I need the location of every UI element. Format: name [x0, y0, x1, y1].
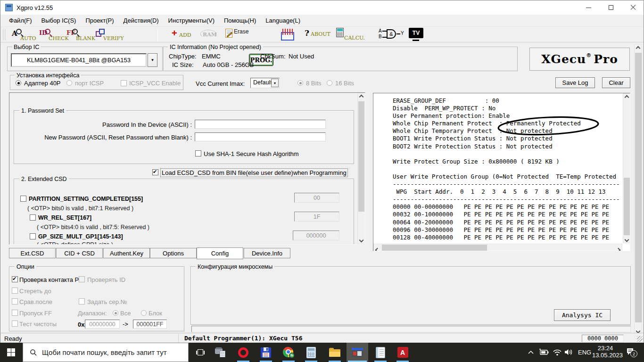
auto-button[interactable]: A AUTO — [12, 28, 38, 41]
tab-config[interactable]: Config — [197, 247, 243, 259]
partition-setting-checkbox[interactable] — [20, 196, 26, 202]
erase-button[interactable]: Erase — [225, 28, 252, 41]
skip-ff-checkbox[interactable] — [12, 310, 18, 316]
scroll-up-arrow[interactable] — [635, 47, 642, 50]
menu-file[interactable]: Файл(F) — [4, 15, 37, 26]
check-id-checkbox[interactable] — [79, 276, 85, 282]
icsp-port-radio[interactable] — [66, 80, 72, 86]
gp-size-mult-checkbox[interactable] — [30, 233, 36, 239]
sha1-checkbox[interactable] — [195, 150, 201, 156]
speaker-icon[interactable] — [564, 348, 573, 356]
taskbar-xgpro-active[interactable] — [347, 343, 368, 362]
tv-button[interactable]: TV — [409, 28, 424, 42]
range-block-radio[interactable] — [141, 310, 147, 316]
tab-authent-key[interactable]: Authent.Key — [103, 248, 150, 258]
taskbar-chrome[interactable]: Б — [278, 343, 299, 362]
scroll-left-arrow[interactable] — [376, 246, 379, 251]
tray-language[interactable]: ENG — [578, 349, 591, 356]
scroll-down-arrow[interactable] — [623, 238, 630, 241]
scrollbar-thumb[interactable] — [624, 178, 630, 235]
save-log-button[interactable]: Save Log — [555, 77, 595, 88]
battery-icon[interactable] — [539, 348, 549, 356]
resize-grip[interactable] — [637, 336, 643, 342]
blank-button[interactable]: FF BLANK — [66, 28, 94, 41]
status-programmer: Default Programmer(1): XGecu T56 — [184, 335, 302, 342]
about-button[interactable]: ? ABOUT — [305, 28, 329, 41]
tab-ext-csd[interactable]: Ext.CSD — [9, 248, 56, 258]
action-center-button[interactable]: 2 — [626, 347, 638, 358]
verify-button[interactable]: VERIFY — [95, 28, 122, 41]
tray-clock[interactable]: 23:24 13.05.2023 — [592, 345, 619, 359]
password-new-input[interactable] — [195, 132, 326, 141]
clear-button[interactable]: Clear — [602, 77, 630, 88]
menu-select-ic[interactable]: Выбор IC(S) — [37, 15, 81, 26]
tab-device-info[interactable]: Device.Info — [244, 248, 290, 258]
vcc-imax-label: Vcc Current Imax: — [196, 80, 245, 87]
taskbar-file-explorer[interactable] — [324, 343, 346, 362]
taskbar-notepad[interactable] — [370, 343, 391, 362]
icsp-vcc-checkbox[interactable] — [121, 80, 127, 86]
scrollbar-thumb[interactable] — [635, 53, 642, 322]
maximize-button[interactable] — [600, 0, 622, 15]
taskbar-search-box[interactable]: Щоби почати пошук, введіть запит тут — [23, 343, 189, 362]
task-view-button[interactable] — [190, 343, 211, 362]
tab-options[interactable]: Options — [150, 248, 197, 258]
wr-rel-set-value[interactable]: 1F — [294, 212, 339, 222]
vcc-imax-select[interactable]: Default ▼ — [250, 78, 280, 88]
taskbar-opera[interactable] — [232, 343, 254, 362]
chip-icon-button[interactable] — [281, 28, 296, 41]
logic-tool-button[interactable]: A B & Y — [379, 29, 405, 41]
partition-setting-value[interactable]: 00 — [294, 193, 339, 203]
range-to-input[interactable]: 000001FF — [133, 320, 167, 329]
compare-after-checkbox[interactable] — [12, 298, 18, 304]
range-from-input[interactable]: 00000000 — [85, 320, 120, 329]
16bits-radio[interactable] — [327, 80, 332, 86]
gate-input-a: A — [379, 28, 382, 33]
wifi-icon[interactable] — [553, 348, 562, 356]
adapter-40p-radio[interactable] — [16, 80, 21, 86]
pin-check-checkbox[interactable] — [12, 276, 18, 282]
analysys-ic-button[interactable]: Analysys IC — [554, 309, 611, 321]
log-vertical-scrollbar[interactable] — [623, 93, 630, 243]
scrollbar-thumb[interactable] — [382, 245, 487, 251]
tab-cid-csd[interactable]: CID + CSD — [56, 248, 103, 258]
ram-button[interactable]: RAM — [200, 29, 217, 41]
calcu-button[interactable]: CALCU. — [336, 28, 364, 42]
scroll-right-arrow[interactable] — [617, 246, 620, 251]
scroll-up-arrow[interactable] — [623, 96, 630, 99]
minimize-button[interactable] — [578, 0, 599, 15]
add-button[interactable]: + ADD — [172, 29, 195, 41]
range-all-radio[interactable] — [113, 310, 118, 316]
ic-combobox[interactable]: KLM8G1GEME-B041_8Bit @BGA153 — [11, 53, 147, 67]
ic-combobox-dropdown-button[interactable]: ▼ — [148, 53, 157, 67]
start-button[interactable] — [0, 343, 22, 362]
vcc-dropdown-button[interactable]: ▼ — [271, 79, 279, 87]
log-horizontal-scrollbar[interactable] — [373, 244, 622, 251]
menu-project[interactable]: Проект(P) — [81, 15, 118, 26]
8bits-radio[interactable] — [297, 80, 303, 86]
taskbar-scanner-app[interactable] — [209, 343, 231, 362]
scrollbar-thumb[interactable] — [358, 101, 364, 212]
password-device-input[interactable] — [195, 120, 326, 129]
scroll-down-arrow[interactable] — [635, 329, 642, 333]
menu-language[interactable]: Language(L) — [261, 15, 305, 26]
window-scrollbar[interactable] — [634, 44, 642, 336]
tray-chevron-up-icon[interactable] — [528, 350, 534, 355]
taskbar-acrobat[interactable]: A — [392, 343, 413, 362]
scroll-up-arrow[interactable] — [358, 95, 365, 99]
erase-before-checkbox[interactable] — [12, 288, 18, 294]
load-ecsd-checkbox[interactable] — [152, 169, 158, 175]
scroll-down-arrow[interactable] — [358, 239, 365, 242]
taskbar-floppy-app[interactable] — [255, 343, 277, 362]
gp-size-mult-value[interactable]: 000000 — [293, 230, 339, 240]
menu-help[interactable]: Помощь(H) — [219, 15, 261, 26]
menu-tools[interactable]: Инструменты(V) — [164, 15, 219, 26]
wr-rel-set-checkbox[interactable] — [30, 214, 36, 221]
purity-test-checkbox[interactable] — [12, 321, 18, 327]
set-serial-checkbox[interactable] — [79, 298, 85, 304]
menu-actions[interactable]: Действия(D) — [119, 15, 164, 26]
check-button[interactable]: ID CHECK — [39, 28, 66, 41]
config-panel-scrollbar[interactable] — [357, 93, 365, 244]
close-button[interactable] — [622, 0, 644, 15]
taskbar-calculator[interactable] — [300, 343, 322, 362]
